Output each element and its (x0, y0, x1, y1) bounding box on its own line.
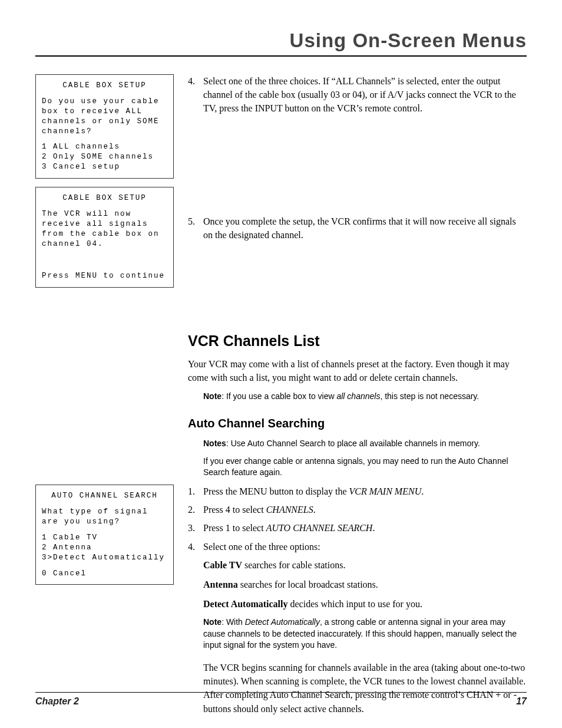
heading-vcr-channels-list: VCR Channels List (188, 330, 527, 351)
note-label: Note (203, 617, 222, 627)
text: Press 4 to select (203, 505, 266, 515)
paragraph: The VCR begins scanning for channels ava… (203, 661, 527, 716)
step-text: Select one of the three choices. If “ALL… (203, 74, 527, 116)
screen-title: CABLE BOX SETUP (42, 81, 167, 91)
notes-label: Notes (203, 439, 226, 448)
notes-text: : Use Auto Channel Search to place all a… (226, 439, 480, 448)
step-5: 5. Once you complete the setup, the VCR … (188, 215, 527, 242)
note: Note: If you use a cable box to view all… (203, 391, 527, 403)
step-number: 5. (188, 215, 203, 242)
footer-chapter: Chapter 2 (35, 696, 79, 707)
screen-prompt: Do you use your cable box to receive ALL… (42, 97, 167, 137)
step-text: Once you complete the setup, the VCR con… (203, 215, 527, 242)
text: Press 1 to select (203, 523, 266, 533)
option-desc: searches for local broadcast stations. (238, 579, 378, 589)
option-cable-tv: Cable TV searches for cable stations. (203, 558, 527, 572)
notes-text: If you ever change cable or antenna sign… (203, 456, 527, 479)
screen-message: The VCR will now receive all signals fro… (42, 209, 167, 249)
text: . (421, 486, 424, 496)
auto-step-3: 3. Press 1 to select AUTO CHANNEL SEARCH… (188, 521, 527, 535)
screen-cable-box-setup-1: CABLE BOX SETUP Do you use your cable bo… (35, 74, 174, 179)
header-title: Using On-Screen Menus (290, 29, 527, 51)
notes: Notes: Use Auto Channel Search to place … (203, 438, 527, 450)
step-text: Select one of the three options: (203, 540, 320, 554)
option-detect-automatically: Detect Automatically decides which input… (203, 597, 527, 611)
screen-option: 3>Detect Automatically (42, 553, 167, 563)
page: Using On-Screen Menus CABLE BOX SETUP Do… (0, 0, 562, 728)
screen-continue: Press MENU to continue (42, 271, 167, 281)
step-number: 4. (188, 540, 203, 554)
page-footer: Chapter 2 17 (35, 692, 527, 707)
step-number: 2. (188, 503, 203, 516)
auto-step-1: 1. Press the MENU button to display the … (188, 485, 527, 498)
screen-option: 1 ALL channels (42, 142, 167, 152)
paragraph: Your VCR may come with a list of channel… (188, 357, 527, 384)
note-italic: all channels (336, 391, 380, 401)
screen-cancel: 0 Cancel (42, 569, 167, 579)
note-text: : With (222, 617, 245, 627)
text: . (313, 505, 316, 515)
screen-option: 2 Only SOME channels (42, 152, 167, 162)
step-number: 1. (188, 485, 203, 498)
screen-cable-box-setup-2: CABLE BOX SETUP The VCR will now receive… (35, 187, 174, 288)
screen-auto-channel-search: AUTO CHANNEL SEARCH What type of signal … (35, 485, 174, 585)
step-text: Press the MENU button to display the VCR… (203, 485, 424, 498)
auto-step-4: 4. Select one of the three options: (188, 540, 527, 554)
option-name: Cable TV (203, 560, 242, 570)
option-desc: decides which input to use for you. (288, 599, 422, 609)
menu-name: CHANNELS (266, 505, 313, 515)
note-italic: Detect Automatically (245, 617, 320, 627)
option-antenna: Antenna searches for local broadcast sta… (203, 578, 527, 591)
option-name: Detect Automatically (203, 599, 288, 609)
step-number: 4. (188, 74, 203, 116)
page-body: CABLE BOX SETUP Do you use your cable bo… (35, 74, 527, 722)
menu-name: AUTO CHANNEL SEARCH (266, 523, 373, 533)
option-name: Antenna (203, 579, 238, 589)
note: Note: With Detect Automatically, a stron… (203, 617, 527, 651)
screen-option: 2 Antenna (42, 543, 167, 553)
text: . (372, 523, 375, 533)
option-desc: searches for cable stations. (242, 560, 345, 570)
screen-title: CABLE BOX SETUP (42, 193, 167, 203)
step-4: 4. Select one of the three choices. If “… (188, 74, 527, 116)
right-column: 4. Select one of the three choices. If “… (188, 74, 527, 722)
note-label: Note (203, 391, 222, 401)
step-number: 3. (188, 521, 203, 535)
auto-step-2: 2. Press 4 to select CHANNELS. (188, 503, 527, 516)
screen-title: AUTO CHANNEL SEARCH (42, 491, 167, 501)
screen-option: 3 Cancel setup (42, 162, 167, 172)
footer-page-number: 17 (516, 696, 527, 707)
screen-prompt: What type of signal are you using? (42, 507, 167, 527)
note-text: : If you use a cable box to view (222, 391, 336, 401)
heading-auto-channel-searching: Auto Channel Searching (188, 415, 527, 432)
step-text: Press 1 to select AUTO CHANNEL SEARCH. (203, 521, 375, 535)
step-text: Press 4 to select CHANNELS. (203, 503, 316, 516)
page-header: Using On-Screen Menus (35, 29, 527, 57)
menu-name: VCR MAIN MENU (349, 486, 422, 496)
left-column: CABLE BOX SETUP Do you use your cable bo… (35, 74, 174, 722)
text: Press the MENU button to display the (203, 486, 349, 496)
note-text: , this step is not necessary. (380, 391, 479, 401)
screen-option: 1 Cable TV (42, 533, 167, 543)
